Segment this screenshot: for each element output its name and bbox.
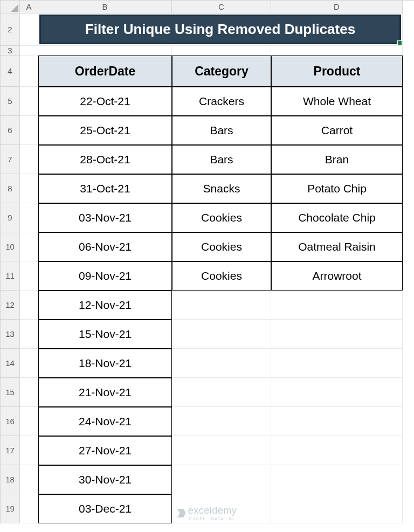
cell-date[interactable]: 03-Nov-21 bbox=[38, 203, 172, 232]
cell-d19[interactable] bbox=[271, 494, 403, 523]
cell-date[interactable]: 21-Nov-21 bbox=[38, 378, 172, 407]
row-header-2[interactable]: 2 bbox=[1, 13, 20, 46]
spreadsheet-grid[interactable]: A B C D 2 Filter Unique Using Removed Du… bbox=[0, 0, 414, 523]
cell-a10[interactable] bbox=[20, 232, 38, 261]
col-header-a[interactable]: A bbox=[20, 1, 38, 13]
cell-c12[interactable] bbox=[172, 291, 271, 320]
cell-category[interactable]: Cookies bbox=[172, 203, 271, 232]
row-header-9[interactable]: 9 bbox=[1, 203, 20, 232]
cell-c18[interactable] bbox=[172, 465, 271, 494]
cell-b3[interactable] bbox=[38, 46, 172, 56]
cell-category[interactable]: Bars bbox=[172, 116, 271, 145]
cell-date[interactable]: 30-Nov-21 bbox=[38, 465, 172, 494]
cell-date[interactable]: 25-Oct-21 bbox=[38, 116, 172, 145]
cell-product[interactable]: Carrot bbox=[271, 116, 403, 145]
cell-a16[interactable] bbox=[20, 407, 38, 436]
cell-c3[interactable] bbox=[172, 46, 271, 56]
cell-a8[interactable] bbox=[20, 174, 38, 203]
watermark-tagline: EXCEL · DATA · BI bbox=[189, 516, 237, 521]
cell-date[interactable]: 27-Nov-21 bbox=[38, 436, 172, 465]
row-header-16[interactable]: 16 bbox=[1, 407, 20, 436]
title-box: Filter Unique Using Removed Duplicates bbox=[39, 15, 401, 44]
cell-date[interactable]: 03-Dec-21 bbox=[38, 494, 172, 523]
watermark-brand: exceldemy bbox=[188, 505, 237, 516]
cell-a18[interactable] bbox=[20, 465, 38, 494]
cell-product[interactable]: Bran bbox=[271, 145, 403, 174]
cell-a3[interactable] bbox=[20, 46, 38, 56]
row-header-3[interactable]: 3 bbox=[1, 46, 20, 56]
cell-c14[interactable] bbox=[172, 349, 271, 378]
cell-product[interactable]: Arrowroot bbox=[271, 261, 403, 291]
row-header-12[interactable]: 12 bbox=[1, 291, 20, 320]
cell-c17[interactable] bbox=[172, 436, 271, 465]
watermark: exceldemy EXCEL · DATA · BI bbox=[177, 505, 237, 521]
row-header-10[interactable]: 10 bbox=[1, 232, 20, 261]
col-header-d[interactable]: D bbox=[271, 1, 403, 13]
cell-category[interactable]: Cookies bbox=[172, 232, 271, 261]
cell-a6[interactable] bbox=[20, 116, 38, 145]
cell-c13[interactable] bbox=[172, 320, 271, 349]
header-category[interactable]: Category bbox=[172, 56, 271, 87]
cell-date[interactable]: 31-Oct-21 bbox=[38, 174, 172, 203]
cell-a5[interactable] bbox=[20, 87, 38, 116]
cell-category[interactable]: Cookies bbox=[172, 261, 271, 291]
cell-d14[interactable] bbox=[271, 349, 403, 378]
cell-a2[interactable] bbox=[20, 13, 38, 46]
cell-a7[interactable] bbox=[20, 145, 38, 174]
cell-d13[interactable] bbox=[271, 320, 403, 349]
header-product[interactable]: Product bbox=[271, 56, 403, 87]
cell-date[interactable]: 09-Nov-21 bbox=[38, 261, 172, 291]
row-header-19[interactable]: 19 bbox=[1, 494, 20, 523]
cell-a17[interactable] bbox=[20, 436, 38, 465]
cell-date[interactable]: 15-Nov-21 bbox=[38, 320, 172, 349]
cell-a11[interactable] bbox=[20, 261, 38, 291]
cell-product[interactable]: Potato Chip bbox=[271, 174, 403, 203]
cell-date[interactable]: 12-Nov-21 bbox=[38, 291, 172, 320]
cell-a15[interactable] bbox=[20, 378, 38, 407]
cell-category[interactable]: Bars bbox=[172, 145, 271, 174]
row-header-15[interactable]: 15 bbox=[1, 378, 20, 407]
title-text: Filter Unique Using Removed Duplicates bbox=[85, 21, 355, 38]
row-header-4[interactable]: 4 bbox=[1, 56, 20, 87]
cell-product[interactable]: Oatmeal Raisin bbox=[271, 232, 403, 261]
cell-d12[interactable] bbox=[271, 291, 403, 320]
select-all-corner[interactable] bbox=[1, 1, 20, 13]
cell-a19[interactable] bbox=[20, 494, 38, 523]
row-header-18[interactable]: 18 bbox=[1, 465, 20, 494]
row-header-11[interactable]: 11 bbox=[1, 261, 20, 291]
title-merged-cell[interactable]: Filter Unique Using Removed Duplicates bbox=[38, 13, 403, 46]
cell-date[interactable]: 18-Nov-21 bbox=[38, 349, 172, 378]
cell-a9[interactable] bbox=[20, 203, 38, 232]
row-header-14[interactable]: 14 bbox=[1, 349, 20, 378]
cell-date[interactable]: 06-Nov-21 bbox=[38, 232, 172, 261]
row-header-7[interactable]: 7 bbox=[1, 145, 20, 174]
cell-date[interactable]: 22-Oct-21 bbox=[38, 87, 172, 116]
row-header-13[interactable]: 13 bbox=[1, 320, 20, 349]
cell-product[interactable]: Chocolate Chip bbox=[271, 203, 403, 232]
header-orderdate[interactable]: OrderDate bbox=[38, 56, 172, 87]
row-header-6[interactable]: 6 bbox=[1, 116, 20, 145]
cell-a13[interactable] bbox=[20, 320, 38, 349]
cell-a14[interactable] bbox=[20, 349, 38, 378]
cell-c15[interactable] bbox=[172, 378, 271, 407]
selection-handle[interactable] bbox=[397, 40, 402, 45]
cell-d18[interactable] bbox=[271, 465, 403, 494]
cell-category[interactable]: Snacks bbox=[172, 174, 271, 203]
cell-a4[interactable] bbox=[20, 56, 38, 87]
col-header-b[interactable]: B bbox=[38, 1, 172, 13]
row-header-17[interactable]: 17 bbox=[1, 436, 20, 465]
cell-date[interactable]: 28-Oct-21 bbox=[38, 145, 172, 174]
cell-product[interactable]: Whole Wheat bbox=[271, 87, 403, 116]
cell-a12[interactable] bbox=[20, 291, 38, 320]
row-header-5[interactable]: 5 bbox=[1, 87, 20, 116]
cell-d16[interactable] bbox=[271, 407, 403, 436]
cell-d17[interactable] bbox=[271, 436, 403, 465]
row-header-8[interactable]: 8 bbox=[1, 174, 20, 203]
cell-d15[interactable] bbox=[271, 378, 403, 407]
cell-d3[interactable] bbox=[271, 46, 403, 56]
col-header-c[interactable]: C bbox=[172, 1, 271, 13]
cell-category[interactable]: Crackers bbox=[172, 87, 271, 116]
watermark-logo-icon bbox=[177, 509, 186, 517]
cell-date[interactable]: 24-Nov-21 bbox=[38, 407, 172, 436]
cell-c16[interactable] bbox=[172, 407, 271, 436]
